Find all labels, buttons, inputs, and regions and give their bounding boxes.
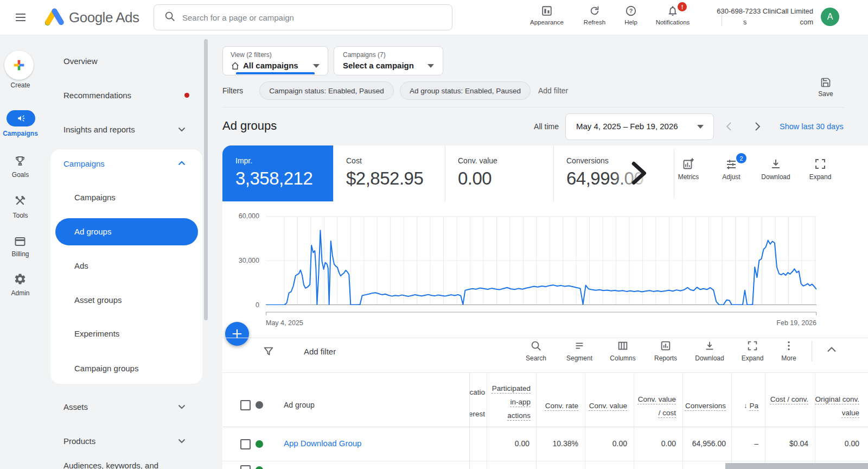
campaign-selector[interactable]: Campaigns (7) Select a campaign (334, 46, 443, 75)
scorecard-conv-value[interactable]: Conv. value 0.00 (445, 145, 553, 201)
main-menu-button[interactable] (14, 11, 28, 26)
sidenav-section-campaigns[interactable]: Campaigns (63, 159, 105, 168)
table-filter-button[interactable] (263, 345, 275, 359)
chevron-down-icon (178, 127, 186, 132)
sidenav-item-ads[interactable]: Ads (74, 261, 88, 270)
collapse-table-button[interactable] (827, 346, 837, 352)
status-dot (256, 466, 263, 469)
scorecard-impressions[interactable]: Impr. 3,358,212 (222, 145, 333, 201)
view-selector[interactable]: View (2 filters) All campaigns (222, 46, 328, 75)
google-ads-logo-icon[interactable] (43, 6, 65, 31)
table-row[interactable]: App Download Group 0.00 10.38% 0.00 0.00… (222, 427, 868, 461)
google-ads-app: Google Ads Appearance Refresh ? Help Not… (0, 0, 868, 469)
scorecard-cost[interactable]: Cost $2,852.95 (333, 145, 445, 201)
column-header-conversions[interactable]: Conversions (684, 399, 726, 413)
account-name[interactable]: 630-698-7233 CliniCall Limited (705, 7, 813, 15)
sidenav-item-asset-groups[interactable]: Asset groups (74, 295, 122, 305)
rail-item-goals[interactable] (14, 155, 27, 170)
chart-download-button[interactable]: Download (756, 157, 795, 181)
column-header-conv-rate[interactable]: Conv. rate (537, 399, 578, 413)
search-input[interactable] (181, 12, 433, 23)
ad-group-link[interactable]: App Download Group (284, 439, 361, 448)
ytick-30000: 30,000 (221, 257, 259, 264)
filter-chip-campaign-status[interactable]: Campaign status: Enabled, Paused (259, 81, 394, 100)
scorecards-next-arrow[interactable] (627, 161, 650, 186)
sidenav-item-insights[interactable]: Insights and reports (63, 125, 135, 134)
save-button[interactable]: Save (814, 77, 838, 98)
column-header-ad-group[interactable]: Ad group (284, 401, 315, 409)
help-button[interactable]: ? Help (616, 5, 646, 26)
product-name: Google Ads (69, 9, 139, 26)
select-all-checkbox[interactable] (240, 400, 251, 410)
sidenav-item-overview[interactable]: Overview (63, 56, 98, 66)
columns-icon (617, 340, 629, 352)
show-last-30-days-link[interactable]: Show last 30 days (780, 122, 844, 131)
table-add-filter[interactable]: Add filter (304, 347, 336, 356)
chart-expand-button[interactable]: Expand (801, 157, 840, 181)
appearance-button[interactable]: Appearance (525, 5, 569, 26)
table-expand-button[interactable]: Expand (731, 340, 774, 362)
rail-label-admin: Admin (0, 289, 41, 297)
add-filter-button[interactable]: Add filter (538, 86, 568, 95)
column-header-original-conv-value[interactable]: Original conv. value (813, 392, 859, 420)
global-search[interactable] (154, 4, 452, 30)
create-button[interactable] (4, 50, 34, 80)
sidenav-item-recommendations[interactable]: Recommendations (63, 91, 131, 100)
email-redaction (746, 18, 800, 26)
rail-item-tools[interactable] (14, 194, 27, 210)
sidenav-item-assets[interactable]: Assets (63, 402, 88, 411)
row-checkbox[interactable] (240, 465, 251, 469)
rail-label-campaigns: Campaigns (0, 130, 41, 137)
row-checkbox[interactable] (240, 439, 251, 449)
metrics-button[interactable]: Metrics (669, 157, 708, 181)
column-header-participated-in-app-actions[interactable]: Participated in-app actions (489, 382, 531, 422)
avatar[interactable]: A (821, 8, 839, 26)
sidenav-item-ad-groups-active[interactable]: Ad groups (55, 218, 198, 245)
chevron-down-icon (178, 439, 186, 443)
rail-item-billing[interactable] (14, 235, 27, 250)
campaigns-nav-card (50, 149, 202, 384)
refresh-button[interactable]: Refresh (574, 5, 615, 26)
sidenav-item-campaign-groups[interactable]: Campaign groups (74, 364, 138, 373)
scorecard-conversions[interactable]: Conversions 64,999.00 (553, 145, 671, 201)
timeseries-chart (266, 216, 816, 305)
reports-icon (660, 340, 672, 352)
account-email: s com (705, 18, 813, 26)
previous-period-button[interactable] (725, 122, 732, 131)
x-axis-bracket (266, 312, 816, 316)
tools-icon (14, 194, 27, 207)
table-segment-button[interactable]: Segment (558, 340, 601, 362)
fab-add-button[interactable] (225, 322, 249, 346)
table-columns-button[interactable]: Columns (601, 340, 644, 362)
expand-icon (814, 157, 827, 170)
impressions-line-chart (266, 216, 816, 305)
table-reports-button[interactable]: Reports (644, 340, 687, 362)
trophy-icon (14, 155, 27, 168)
table-search-button[interactable]: Search (514, 340, 558, 362)
rail-label-tools: Tools (0, 212, 41, 219)
notifications-button[interactable]: Notifications (649, 5, 697, 26)
sidenav-item-products[interactable]: Products (63, 436, 95, 446)
chevron-up-icon (178, 161, 186, 166)
rail-item-admin[interactable] (14, 272, 27, 288)
table-more-button[interactable]: More (769, 340, 808, 362)
rail-item-campaigns[interactable] (7, 110, 35, 126)
column-header-conv-value[interactable]: Conv. value (586, 399, 627, 413)
column-header-cost-per-conv[interactable]: Cost / conv. (767, 392, 808, 406)
home-icon (231, 61, 240, 71)
column-header-clipped[interactable]: catio erest (470, 379, 486, 424)
sidenav-item-campaigns[interactable]: Campaigns (74, 193, 116, 202)
sort-descending-icon: ↓ (744, 402, 750, 410)
horizontal-scrollbar[interactable] (725, 463, 868, 469)
filter-chip-ad-group-status[interactable]: Ad group status: Enabled, Paused (400, 81, 531, 100)
column-header-sorted-clipped[interactable]: ↓ Pa (733, 399, 758, 413)
status-enabled-dot[interactable] (256, 440, 263, 448)
sidenav-item-experiments[interactable]: Experiments (74, 329, 119, 338)
date-range-picker[interactable]: May 4, 2025 – Feb 19, 2026 (565, 113, 714, 140)
sidenav-item-audiences[interactable]: Audiences, keywords, and (63, 461, 158, 469)
hamburger-icon (14, 11, 28, 24)
column-header-conv-value-cost[interactable]: Conv. value / cost (636, 392, 676, 420)
table-download-button[interactable]: Download (688, 340, 731, 362)
sidenav-scrollbar[interactable] (204, 39, 208, 320)
next-period-button[interactable] (755, 122, 761, 131)
